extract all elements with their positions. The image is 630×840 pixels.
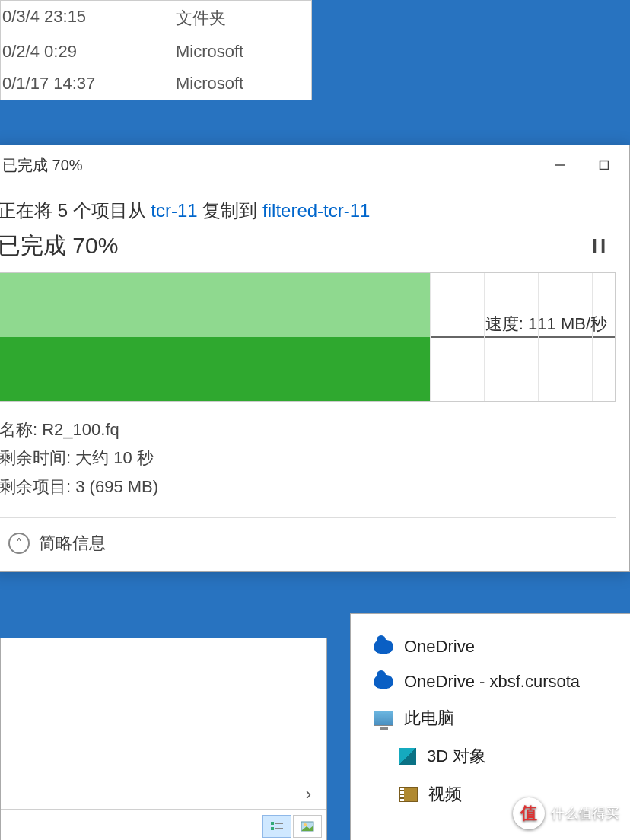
- items-label: 剩余项目:: [0, 477, 75, 496]
- file-row[interactable]: 0/3/4 23:15 文件夹: [1, 1, 311, 36]
- scroll-right-button[interactable]: ›: [306, 784, 311, 804]
- file-date: 0/2/4 0:29: [1, 42, 176, 62]
- video-icon: [399, 787, 418, 802]
- nav-label: OneDrive - xbsf.cursota: [404, 672, 580, 692]
- nav-label: 此电脑: [404, 707, 454, 730]
- thumbnails-view-button[interactable]: [293, 815, 322, 838]
- cloud-icon: [374, 675, 393, 689]
- detail-items: 剩余项目: 3 (695 MB): [0, 473, 616, 501]
- file-date: 0/3/4 23:15: [1, 7, 176, 30]
- detail-name: 名称: R2_100.fq: [0, 415, 616, 444]
- explorer-window-left: ›: [0, 638, 327, 840]
- chevron-up-icon: ˄: [8, 533, 30, 554]
- dialog-title: 已完成 70%: [2, 155, 538, 176]
- svg-rect-1: [600, 161, 609, 170]
- file-type: 文件夹: [176, 7, 311, 30]
- nav-this-pc[interactable]: 此电脑: [374, 699, 630, 737]
- time-value: 大约 10 秒: [75, 448, 154, 467]
- speed-chart[interactable]: 速度: 111 MB/秒: [0, 272, 616, 402]
- detail-time: 剩余时间: 大约 10 秒: [0, 444, 616, 472]
- svg-rect-3: [271, 827, 274, 830]
- cloud-icon: [374, 640, 393, 654]
- cube-icon: [399, 748, 416, 765]
- speed-label: 速度: 111 MB/秒: [482, 311, 610, 337]
- svg-rect-5: [275, 828, 283, 829]
- time-label: 剩余时间:: [0, 448, 75, 467]
- file-row[interactable]: 0/1/17 14:37 Microsoft: [1, 68, 311, 100]
- nav-label: 3D 对象: [427, 745, 486, 768]
- nav-3d-objects[interactable]: 3D 对象: [374, 737, 630, 775]
- svg-rect-2: [271, 822, 274, 825]
- statusbar: [1, 809, 326, 840]
- svg-rect-4: [275, 822, 283, 824]
- name-value: R2_100.fq: [42, 420, 119, 439]
- file-row[interactable]: 0/2/4 0:29 Microsoft: [1, 36, 311, 68]
- pause-button[interactable]: II: [585, 231, 616, 262]
- watermark-text: 什么值得买: [551, 804, 619, 822]
- svg-point-7: [304, 823, 307, 826]
- nav-label: 视频: [428, 783, 462, 806]
- percent-complete: 已完成 70%: [0, 231, 118, 262]
- chart-fill-light: [0, 273, 430, 337]
- copy-details: 名称: R2_100.fq 剩余时间: 大约 10 秒 剩余项目: 3 (695…: [0, 415, 616, 501]
- nav-onedrive[interactable]: OneDrive: [374, 629, 630, 664]
- source-folder-link[interactable]: tcr-11: [151, 200, 197, 221]
- copy-description: 正在将 5 个项目从 tcr-11 复制到 filtered-tcr-11: [0, 199, 616, 223]
- name-label: 名称:: [0, 420, 42, 439]
- copy-mid: 复制到: [198, 200, 262, 221]
- background-explorer-window: 0/3/4 23:15 文件夹 0/2/4 0:29 Microsoft 0/1…: [0, 0, 312, 100]
- less-info-toggle[interactable]: ˄ 简略信息: [0, 518, 616, 571]
- nav-label: OneDrive: [404, 637, 475, 657]
- file-date: 0/1/17 14:37: [1, 74, 176, 94]
- file-type: Microsoft: [176, 42, 311, 62]
- file-type: Microsoft: [176, 74, 311, 94]
- minimize-button[interactable]: [538, 150, 582, 180]
- watermark-icon: 值: [513, 797, 545, 829]
- chart-fill-dark: [0, 337, 430, 401]
- less-info-label: 简略信息: [39, 532, 106, 555]
- nav-onedrive-org[interactable]: OneDrive - xbsf.cursota: [374, 664, 630, 699]
- details-view-button[interactable]: [262, 815, 291, 838]
- dest-folder-link[interactable]: filtered-tcr-11: [262, 200, 370, 221]
- copy-prefix: 正在将 5 个项目从: [0, 200, 151, 221]
- pc-icon: [374, 711, 393, 726]
- dialog-titlebar[interactable]: 已完成 70%: [0, 145, 629, 185]
- copy-progress-dialog: 已完成 70% 正在将 5 个项目从 tcr-11 复制到 filtered-t…: [0, 145, 630, 572]
- maximize-button[interactable]: [582, 150, 626, 180]
- items-value: 3 (695 MB): [75, 477, 158, 496]
- watermark: 值 什么值得买: [513, 797, 619, 829]
